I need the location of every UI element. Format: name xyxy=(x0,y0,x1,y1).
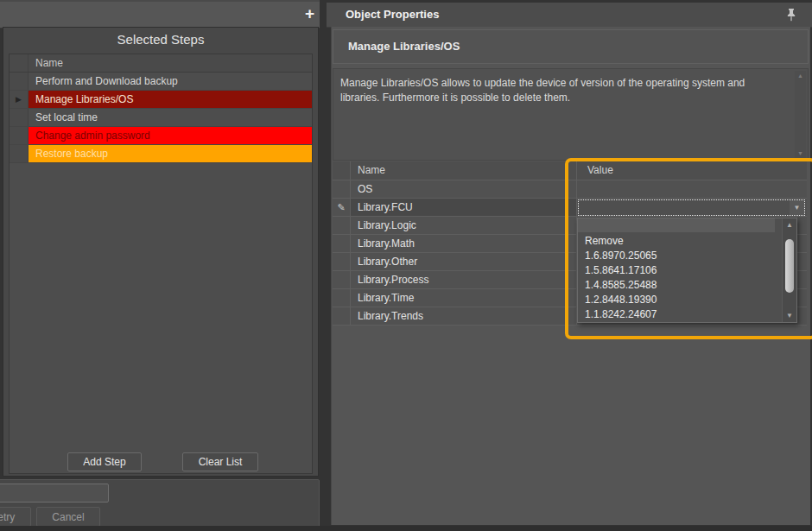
step-row[interactable]: Perform and Download backup xyxy=(10,73,312,91)
selected-steps-title: Selected Steps xyxy=(3,32,318,47)
step-row[interactable]: Set local time xyxy=(10,109,312,127)
combobox-dropdown-icon[interactable]: ▼ xyxy=(790,200,804,215)
scrollbar-thumb[interactable] xyxy=(785,239,794,293)
row-indicator-gutter xyxy=(10,145,29,162)
value-column-header: Value xyxy=(577,161,807,180)
dropdown-item-empty[interactable] xyxy=(578,218,775,232)
add-icon[interactable]: + xyxy=(305,4,314,23)
property-name[interactable]: Library.Other xyxy=(351,253,577,270)
dropdown-scrollbar[interactable]: ▲ ▼ xyxy=(782,218,796,322)
selected-steps-panel: Selected Steps Name Perform and Download… xyxy=(3,27,319,477)
name-column-header: Name xyxy=(29,54,312,72)
selected-object-header: Manage Libraries/OS xyxy=(333,29,809,64)
step-row-selected[interactable]: ▶ Manage Libraries/OS xyxy=(10,91,312,109)
edit-marker-gutter xyxy=(333,161,351,180)
property-name[interactable]: Library.Process xyxy=(351,271,577,288)
properties-table-header: Name Value xyxy=(333,161,807,180)
property-name[interactable]: Library.Logic xyxy=(351,217,577,234)
property-value[interactable] xyxy=(577,180,807,198)
pane-divider[interactable] xyxy=(320,0,327,531)
dropdown-item[interactable]: Remove xyxy=(578,234,775,249)
object-description-text: Manage Libraries/OS allows to update the… xyxy=(340,76,785,105)
property-row[interactable]: OS xyxy=(333,180,807,199)
object-properties-titlebar: Object Properties xyxy=(327,3,812,28)
scroll-down-icon[interactable]: ▼ xyxy=(795,150,806,156)
pin-icon[interactable] xyxy=(786,9,796,22)
step-row-label[interactable]: Restore backup xyxy=(29,145,312,162)
property-name[interactable]: Library.FCU xyxy=(351,199,577,216)
object-properties-title: Object Properties xyxy=(346,8,439,21)
step-row-label[interactable]: Manage Libraries/OS xyxy=(29,91,312,108)
row-indicator-gutter xyxy=(10,54,29,72)
dropdown-item[interactable]: 1.1.8242.24607 xyxy=(578,307,775,322)
step-row-label[interactable]: Change admin password xyxy=(29,127,312,144)
step-row-error[interactable]: Change admin password xyxy=(10,127,312,145)
value-combobox[interactable]: ▼ xyxy=(578,199,805,216)
dropdown-item[interactable]: 1.5.8641.17106 xyxy=(578,263,775,278)
step-row-warning[interactable]: Restore backup xyxy=(10,145,312,163)
property-row-editing[interactable]: ✎ Library.FCU ▼ xyxy=(333,199,807,217)
retry-button[interactable]: Retry xyxy=(0,507,31,527)
row-indicator-gutter xyxy=(10,127,29,144)
add-step-button[interactable]: Add Step xyxy=(67,452,142,471)
property-name[interactable]: Library.Trends xyxy=(351,307,577,325)
scroll-up-icon[interactable]: ▲ xyxy=(783,221,796,229)
property-name[interactable]: OS xyxy=(351,180,577,198)
footer-text-input[interactable] xyxy=(0,484,109,503)
step-row-label[interactable]: Set local time xyxy=(29,109,312,126)
current-row-marker-icon: ▶ xyxy=(10,91,29,108)
bottom-strip xyxy=(0,526,812,531)
scroll-up-icon[interactable]: ▲ xyxy=(795,73,806,79)
row-indicator-gutter xyxy=(10,109,29,126)
scroll-down-icon[interactable]: ▼ xyxy=(783,312,796,319)
name-column-header: Name xyxy=(351,161,577,180)
steps-grid: Name Perform and Download backup ▶ Manag… xyxy=(9,54,313,474)
description-scrollbar[interactable]: ▲ ▼ xyxy=(795,71,806,158)
left-toolbar: + xyxy=(0,0,321,28)
steps-grid-header: Name xyxy=(10,54,312,73)
cancel-button[interactable]: Cancel xyxy=(36,507,100,527)
dropdown-item[interactable]: 1.2.8448.19390 xyxy=(578,293,775,307)
property-name[interactable]: Library.Math xyxy=(351,235,577,252)
selected-object-name: Manage Libraries/OS xyxy=(348,40,460,53)
app-window: + Selected Steps Name Perform and Downlo… xyxy=(0,0,812,531)
step-row-label[interactable]: Perform and Download backup xyxy=(29,73,312,90)
edit-marker-icon: ✎ xyxy=(333,199,351,216)
row-indicator-gutter xyxy=(10,73,29,90)
object-description-box: Manage Libraries/OS allows to update the… xyxy=(333,68,809,161)
property-name[interactable]: Library.Time xyxy=(351,289,577,307)
combobox-dropdown-list: Remove 1.6.8970.25065 1.5.8641.17106 1.4… xyxy=(577,218,797,323)
clear-list-button[interactable]: Clear List xyxy=(182,452,258,471)
dropdown-item[interactable]: 1.6.8970.25065 xyxy=(578,249,775,263)
dropdown-item[interactable]: 1.4.8585.25488 xyxy=(578,278,775,293)
